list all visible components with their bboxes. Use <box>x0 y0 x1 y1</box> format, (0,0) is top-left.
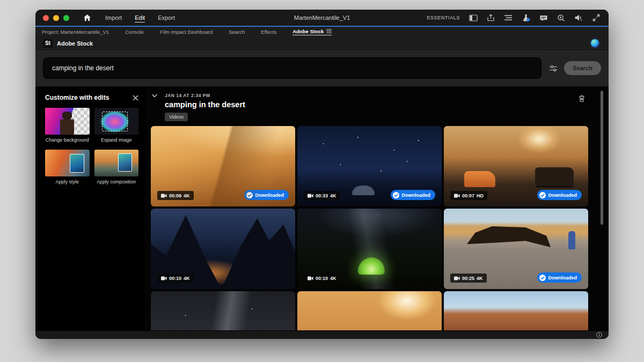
stock-panel-header: St Adobe Stock <box>35 36 609 50</box>
media-type-badge: Videos <box>165 113 188 121</box>
video-result-tile[interactable]: 00:33 4K Downloaded <box>297 126 442 206</box>
title-bar: Import Edit Export MartenMercantile_V1 E… <box>35 10 609 26</box>
duration-badge: 00:10 4K <box>304 274 340 283</box>
panel-tab-bar: Project: MartenMercantile_V1 Console Fil… <box>35 27 609 36</box>
filter-icon[interactable] <box>549 65 558 72</box>
resolution-text: 4K <box>330 193 336 198</box>
workspace-icon[interactable] <box>469 14 478 21</box>
trash-icon[interactable] <box>579 95 585 102</box>
duration-text: 00:10 <box>316 276 328 281</box>
duration-badge: 00:25 4K <box>450 274 487 283</box>
resolution-text: 4K <box>184 193 190 198</box>
info-icon[interactable] <box>596 332 602 338</box>
window-controls <box>43 15 69 21</box>
downloaded-text: Downloaded <box>548 193 577 198</box>
vertical-scrollbar[interactable] <box>601 91 603 225</box>
close-icon[interactable] <box>133 95 138 101</box>
tab-adobe-stock-label: Adobe Stock <box>292 28 324 34</box>
tab-effects[interactable]: Effects <box>261 29 276 35</box>
search-results: JAN 14 AT 2:34 PM camping in the desert … <box>151 87 588 330</box>
resolution-text: 4K <box>184 276 190 281</box>
video-result-tile[interactable]: 00:07 HD Downloaded <box>444 126 588 206</box>
video-result-tile[interactable] <box>444 291 588 330</box>
search-button[interactable]: Search <box>564 61 601 75</box>
downloaded-badge: Downloaded <box>244 190 289 200</box>
video-camera-icon <box>308 194 313 198</box>
app-window: Import Edit Export MartenMercantile_V1 E… <box>35 10 609 339</box>
search-input[interactable] <box>43 57 541 79</box>
edit-option-label: Apply style <box>45 179 90 184</box>
video-result-tile[interactable]: 00:25 4K Downloaded <box>444 209 588 289</box>
fullscreen-icon[interactable] <box>592 14 600 21</box>
customize-grid: Change background Expand image Apply sty… <box>45 108 138 184</box>
tab-console[interactable]: Console <box>125 29 144 35</box>
results-header: JAN 14 AT 2:34 PM camping in the desert … <box>151 93 588 121</box>
video-camera-icon <box>454 194 460 198</box>
edit-option-apply-composition[interactable]: Apply composition <box>94 150 139 184</box>
edit-option-expand-image[interactable]: Expand image <box>94 108 139 143</box>
tab-adobe-stock[interactable]: Adobe Stock <box>292 28 332 35</box>
apply-composition-thumbnail[interactable] <box>94 150 139 176</box>
maximize-button[interactable] <box>63 15 69 21</box>
video-results-grid: 00:09 4K Downloaded 00:33 4K <box>151 126 588 330</box>
titlebar-right: ESSENTIALS <box>427 14 600 22</box>
search-timestamp: JAN 14 AT 2:34 PM <box>165 93 588 98</box>
duration-text: 00:09 <box>169 193 181 198</box>
close-button[interactable] <box>43 15 49 21</box>
video-camera-icon <box>161 194 167 198</box>
audio-icon[interactable] <box>574 14 583 21</box>
downloaded-badge: Downloaded <box>391 190 436 200</box>
check-icon <box>539 275 546 281</box>
workspace-label[interactable]: ESSENTIALS <box>427 15 460 20</box>
tab-film-impact-dashboard[interactable]: Film Impact Dashboard <box>160 29 213 35</box>
duration-badge: 00:09 4K <box>157 191 194 200</box>
resolution-text: HD <box>477 193 484 198</box>
menu-edit[interactable]: Edit <box>135 13 145 23</box>
tab-search[interactable]: Search <box>229 29 245 35</box>
queue-icon[interactable] <box>504 14 513 21</box>
customize-title: Customize with edits <box>45 94 109 101</box>
zoom-icon[interactable] <box>557 14 565 22</box>
video-result-tile[interactable]: 00:09 4K Downloaded <box>151 126 295 206</box>
minimize-button[interactable] <box>53 15 59 21</box>
stock-panel-title: Adobe Stock <box>57 40 93 47</box>
downloaded-badge: Downloaded <box>537 272 582 283</box>
duration-text: 00:33 <box>316 193 328 198</box>
edit-option-label: Apply composition <box>94 179 139 184</box>
labs-icon[interactable] <box>522 14 530 21</box>
downloaded-text: Downloaded <box>255 193 284 198</box>
video-result-tile[interactable]: 00:10 4K <box>297 209 442 289</box>
tab-project[interactable]: Project: MartenMercantile_V1 <box>42 29 109 35</box>
duration-badge: 00:10 4K <box>157 274 194 283</box>
expand-image-thumbnail[interactable] <box>94 108 139 135</box>
menu-import[interactable]: Import <box>105 13 122 23</box>
panel-menu-icon <box>326 29 332 33</box>
status-bar <box>35 330 609 339</box>
menu-export[interactable]: Export <box>158 13 175 23</box>
video-result-tile[interactable] <box>151 291 295 330</box>
customize-panel: Customize with edits Change background E… <box>39 87 145 330</box>
edit-option-label: Expand image <box>94 137 139 143</box>
duration-text: 00:25 <box>462 276 474 281</box>
apply-style-thumbnail[interactable] <box>45 150 90 176</box>
chevron-down-icon[interactable] <box>152 94 157 98</box>
mode-menu: Import Edit Export <box>105 13 175 23</box>
duration-badge: 00:07 HD <box>450 191 487 200</box>
change-background-thumbnail[interactable] <box>45 108 90 135</box>
video-camera-icon <box>308 276 313 280</box>
downloaded-badge: Downloaded <box>537 190 582 200</box>
check-icon <box>246 192 253 198</box>
video-result-tile[interactable]: 00:10 4K <box>151 209 295 289</box>
edit-option-change-background[interactable]: Change background <box>45 108 90 143</box>
edit-option-apply-style[interactable]: Apply style <box>45 150 90 184</box>
quick-export-icon[interactable] <box>487 14 495 21</box>
video-camera-icon <box>161 276 167 280</box>
account-globe-icon[interactable] <box>591 39 599 47</box>
resolution-text: 4K <box>330 276 336 281</box>
duration-text: 00:07 <box>462 193 474 198</box>
home-icon[interactable] <box>83 14 91 21</box>
duration-text: 00:10 <box>169 276 181 281</box>
video-result-tile[interactable] <box>297 291 442 330</box>
duration-badge: 00:33 4K <box>304 191 340 200</box>
feedback-icon[interactable] <box>539 14 548 21</box>
